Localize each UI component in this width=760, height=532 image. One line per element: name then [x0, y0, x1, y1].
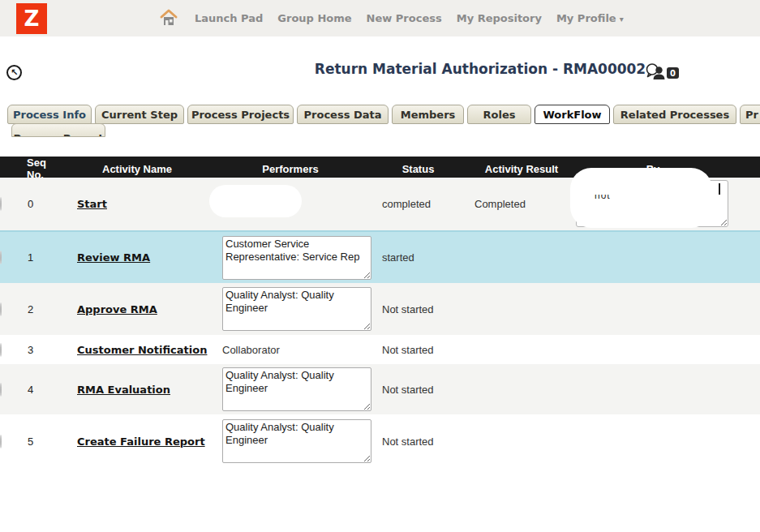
tab-related-processes[interactable]: Related Processes	[613, 105, 736, 124]
status-text: Not started	[371, 303, 465, 315]
table-row-selected: 1 Review RMA Customer Service Representa…	[0, 230, 760, 283]
redaction-blob	[209, 185, 302, 217]
activity-link[interactable]: RMA Evaluation	[77, 384, 170, 396]
seq-no: 1	[23, 251, 65, 264]
top-nav-bar: Z Launch Pad Group Home New Process My R…	[0, 0, 760, 36]
status-text: started	[371, 251, 465, 264]
back-arrow-icon[interactable]: ↖	[6, 65, 22, 80]
activity-result-text: Completed	[465, 198, 578, 210]
nav-my-repository[interactable]: My Repository	[457, 12, 542, 24]
page-title: Return Material Authorization - RMA00002	[315, 61, 646, 77]
rma-workflow-page: Z Launch Pad Group Home New Process My R…	[0, 0, 760, 532]
status-text: Not started	[371, 435, 465, 448]
by-cell: not	[578, 178, 760, 230]
redaction-blob	[570, 168, 712, 228]
nav-new-process[interactable]: New Process	[367, 12, 442, 24]
activity-link[interactable]: Create Failure Report	[77, 435, 205, 448]
table-row: 0 Start completed Completed not	[0, 178, 760, 230]
tab-process-info[interactable]: Process Info	[7, 105, 92, 124]
performers-textarea[interactable]: Quality Analyst: Quality Engineer	[222, 419, 371, 463]
seq-no: 4	[23, 384, 65, 396]
chevron-down-icon: ▾	[620, 15, 624, 24]
row-radio[interactable]	[0, 302, 2, 316]
performers-textarea[interactable]: Quality Analyst: Quality Engineer	[222, 287, 371, 331]
tab-current-step[interactable]: Current Step	[95, 105, 184, 124]
tab-process-report-wrapped[interactable]: Process Report	[11, 123, 105, 137]
tab-process-data[interactable]: Process Data	[297, 105, 389, 124]
seq-no: 5	[23, 435, 65, 448]
tab-process-projects[interactable]: Process Projects	[187, 105, 294, 124]
nav-group-home[interactable]: Group Home	[277, 12, 351, 24]
activity-link[interactable]: Customer Notification	[77, 344, 207, 356]
status-text: Not started	[371, 344, 465, 356]
status-text: completed	[371, 198, 465, 210]
tab-clipped-right[interactable]: Pr	[740, 105, 760, 124]
col-header-performers: Performers	[209, 163, 371, 175]
table-row: 2 Approve RMA Quality Analyst: Quality E…	[0, 283, 760, 335]
comment-count-badge: 0	[667, 67, 679, 79]
z-logo[interactable]: Z	[16, 3, 47, 34]
seq-no: 2	[23, 303, 65, 315]
workflow-table-body: 0 Start completed Completed not 1 Review…	[0, 178, 760, 468]
tab-workflow[interactable]: WorkFlow	[535, 105, 610, 124]
activity-link[interactable]: Review RMA	[77, 251, 150, 264]
text-cursor	[719, 183, 720, 195]
tab-members[interactable]: Members	[392, 105, 464, 124]
comment-user-icon	[645, 62, 669, 81]
nav-launch-pad[interactable]: Launch Pad	[195, 12, 263, 24]
comments-indicator[interactable]: 0	[645, 62, 679, 81]
status-text: Not started	[371, 384, 465, 396]
performers-textarea[interactable]: Quality Analyst: Quality Engineer	[222, 367, 371, 411]
col-header-activity-name: Activity Name	[65, 163, 209, 175]
home-icon[interactable]	[159, 8, 178, 28]
col-header-status: Status	[371, 163, 465, 175]
table-row: 5 Create Failure Report Quality Analyst:…	[0, 414, 760, 468]
nav-links: Launch Pad Group Home New Process My Rep…	[195, 0, 624, 36]
activity-link[interactable]: Approve RMA	[77, 303, 157, 315]
by-partial-text: not	[595, 195, 611, 202]
nav-my-profile[interactable]: My Profile▾	[556, 12, 624, 24]
row-radio[interactable]	[0, 343, 2, 357]
tab-strip: Process Info Current Step Process Projec…	[7, 105, 760, 124]
table-row: 3 Customer Notification Collaborator Not…	[0, 335, 760, 364]
activity-link[interactable]: Start	[77, 198, 107, 210]
col-header-activity-result: Activity Result	[465, 163, 578, 175]
row-radio[interactable]	[0, 197, 2, 211]
performers-textarea[interactable]: Customer Service Representative: Service…	[222, 236, 371, 280]
table-row: 4 RMA Evaluation Quality Analyst: Qualit…	[0, 364, 760, 414]
seq-no: 3	[23, 344, 65, 356]
tab-roles[interactable]: Roles	[467, 105, 531, 124]
seq-no: 0	[23, 198, 65, 210]
row-radio[interactable]	[0, 435, 2, 448]
row-radio[interactable]	[0, 383, 2, 397]
performers-cell	[209, 178, 371, 230]
performers-text: Collaborator	[209, 344, 371, 356]
row-radio[interactable]	[0, 251, 2, 264]
